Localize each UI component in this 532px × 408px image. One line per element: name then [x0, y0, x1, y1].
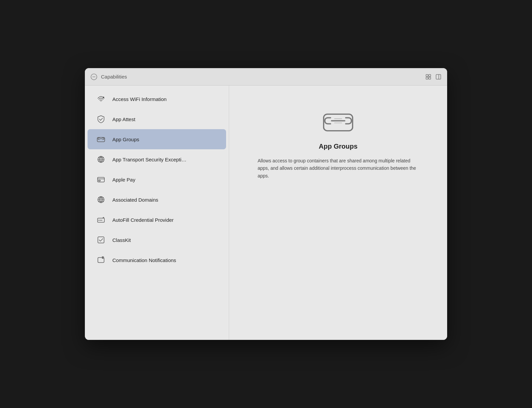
sidebar-item-label-app-attest: App Attest	[112, 116, 135, 122]
sidebar-item-apple-pay[interactable]: Apple Pay	[88, 169, 226, 190]
titlebar-icon	[90, 73, 98, 81]
sidebar-item-associated-domains[interactable]: Associated Domains	[88, 190, 226, 210]
sidebar-item-label-associated-domains: Associated Domains	[112, 197, 158, 203]
link-box-icon	[96, 134, 106, 145]
sidebar-item-app-attest[interactable]: App Attest	[88, 109, 226, 129]
svg-point-26	[100, 220, 101, 221]
svg-rect-3	[429, 74, 431, 76]
svg-rect-5	[429, 77, 431, 79]
sidebar: Access WiFi Information App Attest	[85, 86, 229, 340]
detail-panel: App Groups Allows access to group contai…	[229, 86, 447, 340]
sidebar-item-label-classkit: ClassKit	[112, 237, 131, 243]
svg-point-25	[99, 220, 100, 221]
sidebar-item-autofill[interactable]: AutoFill Credential Provider	[88, 210, 226, 230]
detail-app-groups-icon	[323, 112, 353, 133]
content-area: Access WiFi Information App Attest	[85, 86, 447, 340]
detail-title: App Groups	[319, 143, 358, 150]
wifi-info-icon	[96, 94, 106, 104]
svg-point-27	[101, 220, 102, 221]
svg-rect-28	[98, 237, 104, 243]
main-window: Capabilities	[85, 68, 447, 340]
sidebar-item-label-access-wifi: Access WiFi Information	[112, 96, 167, 102]
sidebar-item-app-transport-security[interactable]: App Transport Security Excepti…	[88, 149, 226, 169]
svg-rect-4	[426, 77, 428, 79]
svg-rect-6	[436, 74, 441, 79]
comm-notif-icon: !	[96, 255, 106, 265]
sidebar-item-label-apple-pay: Apple Pay	[112, 177, 135, 183]
sidebar-item-classkit[interactable]: ClassKit	[88, 230, 226, 250]
titlebar-controls	[425, 73, 442, 80]
titlebar: Capabilities	[85, 68, 447, 86]
svg-rect-32	[324, 114, 353, 131]
sidebar-item-label-app-transport: App Transport Security Excepti…	[112, 157, 187, 162]
svg-rect-17	[98, 177, 104, 182]
globe-lock-icon	[96, 154, 106, 165]
classkit-icon	[96, 235, 106, 245]
sidebar-item-label-comm-notif: Communication Notifications	[112, 257, 176, 263]
globe-icon	[96, 194, 106, 205]
shield-check-icon	[96, 114, 106, 124]
sidebar-item-access-wifi[interactable]: Access WiFi Information	[88, 89, 226, 109]
sidebar-item-label-app-groups: App Groups	[112, 137, 139, 142]
svg-rect-19	[99, 180, 101, 181]
svg-point-10	[101, 101, 101, 101]
svg-rect-2	[426, 74, 428, 76]
card-icon	[96, 174, 106, 185]
sidebar-item-label-autofill: AutoFill Credential Provider	[112, 217, 174, 223]
titlebar-title: Capabilities	[101, 74, 425, 80]
sidebar-item-communication-notifications[interactable]: ! Communication Notifications	[88, 250, 226, 270]
panel-view-button[interactable]	[435, 73, 442, 80]
autofill-icon	[96, 214, 106, 225]
sidebar-item-app-groups[interactable]: App Groups	[88, 129, 226, 149]
detail-description: Allows access to group containers that a…	[258, 157, 419, 180]
grid-view-button[interactable]	[425, 73, 432, 80]
